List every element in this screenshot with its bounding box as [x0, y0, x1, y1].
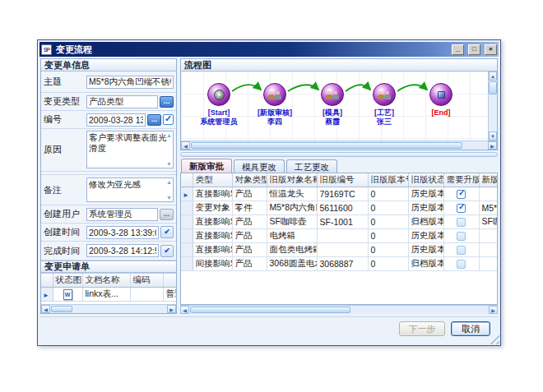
- request-table-hscrollbar[interactable]: ◀ ▶: [41, 304, 176, 313]
- upgrade-checkbox[interactable]: [457, 218, 466, 227]
- old-name-cell: 3068圆盖电水壶: [267, 257, 317, 271]
- column-header-old-version[interactable]: 旧版版本号: [368, 173, 408, 187]
- table-row[interactable]: 变更对象 零件 M5*8内六角凹... 5611600 0 历史版本 M5*8: [181, 201, 498, 215]
- scroll-up-icon[interactable]: ▲: [166, 132, 172, 138]
- scroll-left-icon[interactable]: ◀: [180, 306, 189, 314]
- scrollbar-thumb[interactable]: [489, 81, 497, 95]
- flow-node-end[interactable]: [End]: [429, 83, 452, 106]
- field-row-created-time: 创建时间 ✔: [41, 224, 176, 242]
- old-name-cell: 恒温龙头: [267, 187, 317, 201]
- column-header-code[interactable]: 编码: [130, 274, 163, 288]
- scroll-left-icon[interactable]: ◀: [41, 305, 50, 313]
- scroll-left-icon[interactable]: ◀: [181, 141, 190, 150]
- scroll-right-icon[interactable]: ▶: [489, 306, 498, 314]
- field-row-finished-time: 完成时间 ✔: [41, 242, 176, 261]
- upgrade-checkbox[interactable]: [457, 190, 466, 199]
- old-number-cell: [317, 243, 368, 257]
- column-header-status-icon[interactable]: 状态图: [53, 274, 82, 288]
- tab-new-version-approval[interactable]: 新版审批: [181, 159, 232, 173]
- tab-mold-change[interactable]: 模具更改: [234, 159, 285, 173]
- old-version-cell: 0: [368, 187, 408, 201]
- word-document-icon: W: [63, 289, 72, 300]
- flow-node-review[interactable]: [新版审核]李四: [263, 83, 286, 106]
- flow-hscrollbar[interactable]: ◀ ▶: [181, 141, 497, 150]
- table-row[interactable]: 直接影响对象 产品 电烤箱 0 历史版本: [181, 229, 498, 243]
- objects-table-hscrollbar[interactable]: ◀ ▶: [180, 305, 498, 314]
- type-cell: 直接影响对象: [193, 187, 232, 201]
- upgrade-checkbox[interactable]: [457, 246, 466, 255]
- scroll-right-icon[interactable]: ▶: [167, 305, 176, 313]
- scroll-up-icon[interactable]: ▲: [166, 179, 172, 185]
- column-header-object-type[interactable]: 对象类型: [232, 173, 267, 187]
- flow-vscrollbar[interactable]: ▲ ▼: [488, 71, 497, 141]
- number-input[interactable]: [86, 113, 146, 127]
- table-row[interactable]: ► 直接影响对象 产品 恒温龙头 79169TC 0 历史版本: [181, 187, 498, 201]
- old-status-cell: 历史版本: [408, 201, 443, 215]
- type-cell: 直接影响对象: [193, 229, 232, 243]
- reason-textarea[interactable]: 客户要求调整表面光滑度: [86, 131, 174, 168]
- created-time-dropdown-button[interactable]: ✔: [160, 226, 174, 238]
- table-row[interactable]: 间接影响对象 产品 3068圆盖电水壶 3068887 0 归档版本: [181, 257, 498, 271]
- upgrade-checkbox[interactable]: [457, 260, 466, 269]
- number-checkbox[interactable]: [163, 114, 174, 125]
- object-type-cell: 零件: [232, 201, 267, 215]
- table-header-row: 状态图 文档名称 编码: [41, 274, 176, 288]
- finished-time-input[interactable]: [86, 244, 159, 257]
- node-label: [Start]: [187, 108, 251, 118]
- scrollbar-thumb[interactable]: [51, 306, 72, 312]
- old-name-cell: 面包类电烤箱: [267, 243, 317, 257]
- scroll-down-icon[interactable]: ▼: [489, 131, 497, 141]
- number-browse-button[interactable]: ...: [147, 114, 161, 126]
- app-icon: SP: [41, 44, 52, 55]
- type-cell: 间接影响对象: [193, 257, 232, 271]
- next-button[interactable]: 下一步: [399, 321, 445, 336]
- table-row[interactable]: 直接影响对象 产品 面包类电烤箱 0 历史版本: [181, 243, 498, 257]
- cancel-button[interactable]: 取消: [451, 321, 490, 336]
- change-type-input[interactable]: [86, 95, 158, 108]
- finished-time-dropdown-button[interactable]: ✔: [160, 245, 174, 257]
- scroll-down-icon[interactable]: ▼: [166, 195, 172, 201]
- creator-browse-button[interactable]: ...: [160, 209, 174, 220]
- flow-node-process[interactable]: [工艺]张三: [373, 83, 396, 106]
- change-type-label: 变更类型: [44, 95, 85, 108]
- creator-label: 创建用户: [44, 208, 85, 220]
- remark-textarea[interactable]: 修改为亚光感: [86, 178, 174, 202]
- flow-node-start[interactable]: [Start]系统管理员: [207, 83, 230, 106]
- scroll-right-icon[interactable]: ▶: [488, 141, 497, 150]
- new-name-cell: [479, 229, 498, 243]
- maximize-button[interactable]: □: [468, 44, 480, 55]
- column-header-doc-name[interactable]: 文档名称: [82, 274, 130, 288]
- upgrade-checkbox[interactable]: [457, 204, 466, 213]
- scroll-down-icon[interactable]: ▼: [166, 161, 172, 167]
- column-header-type[interactable]: 类型: [193, 173, 232, 187]
- subject-input[interactable]: [86, 76, 174, 89]
- upgrade-checkbox[interactable]: [457, 232, 466, 241]
- reason-label: 原因: [44, 131, 85, 156]
- column-header-need-upgrade[interactable]: 需要升版: [443, 173, 479, 187]
- column-header-old-number[interactable]: 旧版编号: [317, 173, 368, 187]
- flow-diagram-canvas: [Start]系统管理员 [新版审核]李四 [模具]蔡霞 [工艺]张三: [181, 71, 497, 141]
- right-panel: 流程图: [180, 58, 498, 314]
- table-row[interactable]: 直接影响对象 产品 SF咖啡壶 SF-1001 0 归档版本 SF咖: [181, 215, 498, 229]
- column-header-new-version[interactable]: 新版: [479, 173, 498, 187]
- title-bar[interactable]: SP 变更流程 _ □ ×: [39, 42, 499, 57]
- scrollbar-thumb[interactable]: [190, 307, 350, 313]
- close-button[interactable]: ×: [485, 44, 497, 55]
- scrollbar-thumb[interactable]: [191, 142, 462, 149]
- column-header-old-name[interactable]: 旧版对象名称: [267, 173, 317, 187]
- old-version-cell: 0: [368, 215, 408, 229]
- footer-bar: 下一步 取消: [39, 316, 499, 344]
- column-header-old-status[interactable]: 旧版状态: [408, 173, 443, 187]
- created-time-input[interactable]: [86, 226, 159, 239]
- new-name-cell: [479, 243, 498, 257]
- table-row[interactable]: ► W linkx表... 普通: [41, 288, 176, 302]
- panel-splitter[interactable]: [180, 152, 498, 157]
- flow-diagram-section: 流程图: [180, 58, 498, 150]
- scroll-up-icon[interactable]: ▲: [489, 71, 497, 81]
- flow-node-mold[interactable]: [模具]蔡霞: [321, 83, 344, 106]
- change-type-browse-button[interactable]: ...: [160, 96, 174, 108]
- minimize-button[interactable]: _: [452, 44, 464, 55]
- column-header-extra[interactable]: [163, 274, 176, 288]
- tab-process-change[interactable]: 工艺更改: [286, 159, 337, 173]
- creator-input[interactable]: [86, 208, 158, 221]
